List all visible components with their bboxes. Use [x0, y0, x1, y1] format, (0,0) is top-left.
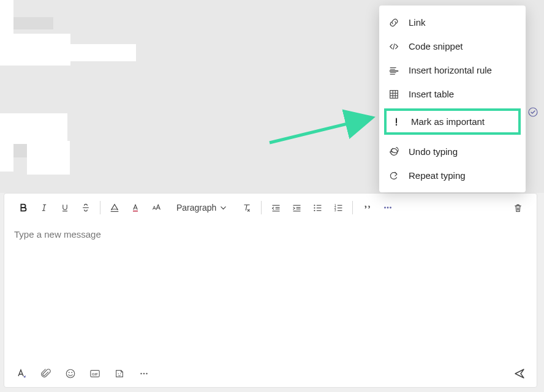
svg-point-0: [529, 108, 537, 116]
svg-point-50: [118, 373, 118, 374]
editor-placeholder: Type a new message: [14, 229, 101, 239]
attach-button[interactable]: [37, 365, 55, 382]
font-size-button[interactable]: [146, 198, 167, 217]
svg-point-28: [314, 205, 315, 206]
menu-item-code-snippet[interactable]: Code snippet: [379, 34, 526, 58]
gif-button[interactable]: GIF: [86, 365, 104, 382]
svg-line-15: [43, 205, 45, 211]
send-button[interactable]: [511, 365, 528, 382]
svg-point-42: [390, 207, 391, 209]
menu-item-insert-table[interactable]: Insert table: [379, 82, 526, 106]
link-icon: [388, 17, 400, 29]
bulleted-list-button[interactable]: [307, 198, 328, 217]
bg-patch: [13, 17, 53, 29]
message-editor[interactable]: Type a new message: [4, 222, 537, 360]
svg-point-30: [314, 209, 315, 211]
bg-patch: [0, 0, 13, 34]
format-toolbar: Paragraph 123: [4, 194, 537, 222]
code-icon: [388, 40, 400, 53]
menu-item-label: Code snippet: [409, 41, 463, 51]
svg-point-41: [387, 207, 389, 209]
svg-text:GIF: GIF: [92, 372, 98, 376]
indent-button[interactable]: [286, 198, 307, 217]
svg-point-11: [396, 124, 397, 125]
bg-patch: [27, 141, 70, 175]
quote-button[interactable]: [357, 198, 377, 217]
chevron-down-icon: [220, 205, 227, 211]
bg-patch: [13, 144, 27, 157]
svg-point-51: [120, 373, 121, 374]
table-icon: [388, 88, 400, 100]
bg-patch: [0, 129, 13, 172]
numbered-list-button[interactable]: 123: [328, 198, 349, 217]
svg-text:3: 3: [334, 208, 336, 212]
highlight-button[interactable]: [104, 198, 125, 217]
compose-bottom-bar: GIF: [4, 360, 537, 387]
clear-formatting-button[interactable]: [236, 198, 257, 217]
menu-item-undo[interactable]: Undo typing: [379, 140, 526, 164]
format-toggle-button[interactable]: [13, 365, 30, 382]
outdent-button[interactable]: [265, 198, 286, 217]
important-icon: [390, 116, 402, 128]
svg-point-45: [66, 369, 75, 378]
emoji-button[interactable]: [62, 365, 79, 382]
menu-item-label: Insert horizontal rule: [409, 65, 492, 75]
underline-button[interactable]: [55, 198, 75, 217]
svg-point-46: [69, 372, 70, 373]
redo-icon: [388, 170, 400, 182]
app-canvas: Link Code snippet Insert: [0, 0, 544, 392]
more-options-button[interactable]: [377, 198, 398, 217]
sticker-button[interactable]: [111, 365, 128, 382]
font-color-button[interactable]: [125, 198, 146, 217]
menu-item-label: Mark as important: [411, 116, 485, 127]
italic-button[interactable]: [34, 198, 55, 217]
svg-line-12: [270, 118, 372, 143]
delete-button[interactable]: [507, 198, 528, 217]
menu-item-label: Undo typing: [409, 146, 458, 157]
menu-item-label: Insert table: [409, 89, 454, 99]
sent-check-icon: [528, 107, 538, 117]
toolbar-separator: [261, 201, 262, 214]
menu-item-mark-important[interactable]: Mark as important: [384, 108, 521, 135]
menu-item-redo[interactable]: Repeat typing: [379, 164, 526, 187]
bg-patch: [13, 44, 136, 61]
svg-point-40: [384, 207, 386, 209]
menu-item-label: Link: [409, 17, 426, 28]
compose-box: Paragraph 123: [4, 193, 537, 388]
svg-point-54: [146, 373, 148, 375]
format-context-menu: Link Code snippet Insert: [379, 6, 526, 192]
menu-item-horizontal-rule[interactable]: Insert horizontal rule: [379, 58, 526, 82]
toolbar-separator: [100, 201, 100, 214]
svg-point-52: [140, 373, 142, 375]
annotation-arrow: [263, 109, 386, 152]
menu-item-label: Repeat typing: [409, 170, 466, 181]
horizontal-rule-icon: [388, 64, 400, 77]
svg-point-53: [143, 373, 145, 375]
toolbar-separator: [352, 201, 353, 214]
bold-button[interactable]: [13, 198, 34, 217]
undo-icon: [388, 146, 400, 158]
paragraph-dropdown[interactable]: Paragraph: [172, 198, 232, 217]
strikethrough-button[interactable]: [75, 198, 96, 217]
svg-point-47: [71, 372, 72, 373]
svg-rect-6: [390, 90, 398, 98]
menu-item-link[interactable]: Link: [379, 10, 526, 34]
svg-point-29: [314, 207, 315, 208]
paragraph-label: Paragraph: [176, 203, 216, 213]
more-actions-button[interactable]: [135, 365, 153, 382]
